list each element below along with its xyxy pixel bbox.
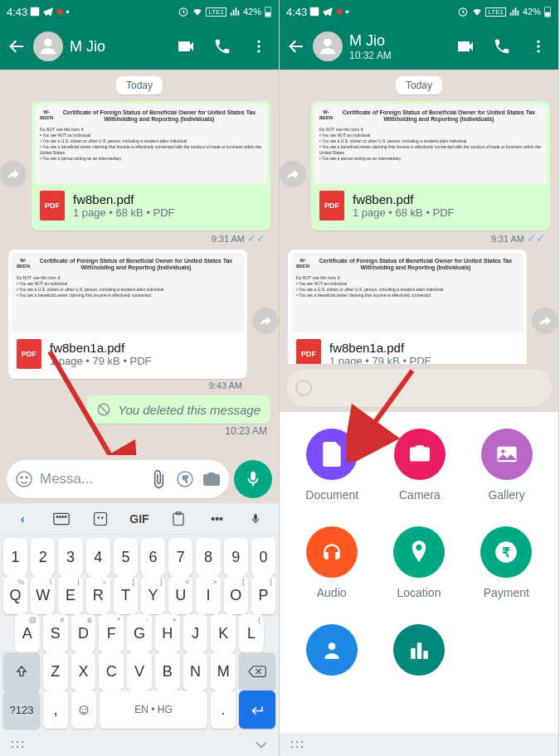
kb-grid-icon[interactable]	[290, 739, 304, 749]
attach-gallery[interactable]: Gallery	[481, 429, 533, 502]
attach-poll[interactable]	[393, 624, 445, 676]
message-input[interactable]: Messa... ₹	[7, 460, 229, 498]
chat-area[interactable]: Today W-8BENCertificate of Foreign Statu…	[280, 70, 558, 364]
key-3[interactable]: 3	[58, 538, 82, 576]
svg-rect-0	[31, 7, 40, 17]
battery-pct: 42%	[243, 7, 261, 17]
comma-key[interactable]: ,	[43, 691, 68, 729]
mic-button[interactable]	[234, 460, 272, 498]
contact-info[interactable]: M Jio10:32 AM	[349, 32, 449, 61]
voice-call-button[interactable]	[212, 36, 232, 56]
svg-point-12	[17, 472, 32, 487]
contact-info[interactable]: M Jio	[70, 38, 169, 56]
backspace-key[interactable]	[239, 652, 275, 691]
video-call-button[interactable]	[455, 36, 475, 56]
key-0[interactable]: 0	[251, 538, 275, 576]
key-M[interactable]: M	[211, 652, 236, 691]
keyboard[interactable]: ‹ GIF ••• 1234567890 Q%W\E|R=T[Y]U<I>O{P…	[0, 503, 279, 756]
key-8[interactable]: 8	[196, 538, 220, 576]
key-9[interactable]: 9	[224, 538, 248, 576]
key-H[interactable]: H+	[155, 614, 180, 652]
forward-button[interactable]	[252, 308, 279, 334]
enter-key[interactable]	[239, 691, 275, 729]
key-L[interactable]: L(	[239, 614, 264, 652]
video-call-button[interactable]	[176, 36, 196, 56]
message-deleted[interactable]: You deleted this message 10:23 AM	[8, 395, 270, 437]
message-sent[interactable]: W-8BENCertificate of Foreign Status of B…	[8, 101, 270, 246]
emoji-icon[interactable]	[13, 468, 35, 490]
key-7[interactable]: 7	[168, 538, 192, 576]
attach-icon[interactable]	[148, 468, 169, 490]
attach-camera[interactable]: Camera	[394, 429, 446, 502]
nav-bar	[280, 733, 558, 756]
menu-button[interactable]	[528, 36, 548, 56]
key-F[interactable]: F*	[99, 614, 124, 652]
key-1[interactable]: 1	[3, 538, 27, 576]
svg-point-32	[12, 745, 13, 747]
kb-mic-icon[interactable]	[242, 506, 269, 532]
key-5[interactable]: 5	[114, 538, 138, 576]
shift-key[interactable]	[3, 652, 40, 691]
key-T[interactable]: T[	[114, 576, 138, 614]
key-R[interactable]: R=	[86, 576, 110, 614]
message-sent[interactable]: W-8BENCertificate of Foreign Status of B…	[288, 101, 550, 246]
emoji-key[interactable]: ☺	[71, 691, 96, 729]
key-V[interactable]: V	[127, 652, 152, 691]
key-4[interactable]: 4	[86, 538, 110, 576]
kb-keyboard-icon[interactable]	[48, 506, 75, 532]
key-A[interactable]: A@	[15, 614, 40, 652]
svg-point-24	[102, 516, 104, 518]
key-D[interactable]: D&	[71, 614, 96, 652]
attach-contact[interactable]	[306, 624, 358, 676]
key-C[interactable]: C	[99, 652, 124, 691]
key-G[interactable]: G-	[127, 614, 152, 652]
key-S[interactable]: S#	[43, 614, 68, 652]
key-Y[interactable]: Y]	[141, 576, 165, 614]
key-6[interactable]: 6	[141, 538, 165, 576]
rupee-icon[interactable]: ₹	[174, 468, 196, 490]
kb-collapse-icon[interactable]	[254, 740, 269, 749]
input-placeholder: Messa...	[40, 471, 143, 487]
forward-button[interactable]	[532, 308, 558, 334]
avatar[interactable]	[33, 32, 63, 61]
camera-icon[interactable]	[201, 468, 222, 490]
message-received[interactable]: W-8BENCertificate of Foreign Status of B…	[288, 250, 550, 364]
period-key[interactable]: .	[211, 691, 236, 729]
menu-button[interactable]	[249, 36, 269, 56]
key-P[interactable]: P}	[251, 576, 275, 614]
kb-gif[interactable]: GIF	[126, 506, 153, 532]
key-J[interactable]: J	[183, 614, 208, 652]
back-button[interactable]	[286, 36, 306, 56]
attach-location[interactable]: Location	[393, 526, 445, 599]
key-U[interactable]: U<	[168, 576, 192, 614]
key-O[interactable]: O{	[224, 576, 248, 614]
svg-point-56	[291, 741, 293, 743]
kb-grid-icon[interactable]	[10, 739, 25, 749]
key-X[interactable]: X	[71, 652, 96, 691]
back-button[interactable]	[7, 36, 27, 56]
kb-more[interactable]: •••	[204, 506, 231, 532]
key-B[interactable]: B	[155, 652, 180, 691]
attach-audio[interactable]: Audio	[306, 526, 358, 599]
key-W[interactable]: W\	[31, 576, 55, 614]
chat-area[interactable]: Today W-8BENCertificate of Foreign Statu…	[0, 70, 279, 455]
key-2[interactable]: 2	[31, 538, 55, 576]
forward-button[interactable]	[280, 161, 306, 187]
voice-call-button[interactable]	[492, 36, 512, 56]
key-E[interactable]: E|	[58, 576, 82, 614]
symbols-key[interactable]: ?123	[3, 691, 40, 729]
kb-clipboard-icon[interactable]	[165, 506, 192, 532]
key-K[interactable]: K	[211, 614, 236, 652]
kb-back[interactable]: ‹	[9, 506, 36, 532]
avatar[interactable]	[313, 32, 343, 61]
attach-payment[interactable]: ₹Payment	[480, 526, 532, 599]
key-Q[interactable]: Q%	[3, 576, 27, 614]
message-received[interactable]: W-8BENCertificate of Foreign Status of B…	[8, 250, 270, 392]
kb-sticker-icon[interactable]	[87, 506, 114, 532]
key-N[interactable]: N	[183, 652, 208, 691]
forward-button[interactable]	[0, 161, 27, 187]
key-I[interactable]: I>	[196, 576, 220, 614]
key-Z[interactable]: Z	[43, 652, 68, 691]
attach-document[interactable]: Document	[305, 429, 358, 502]
space-key[interactable]: EN • HG	[100, 691, 207, 729]
